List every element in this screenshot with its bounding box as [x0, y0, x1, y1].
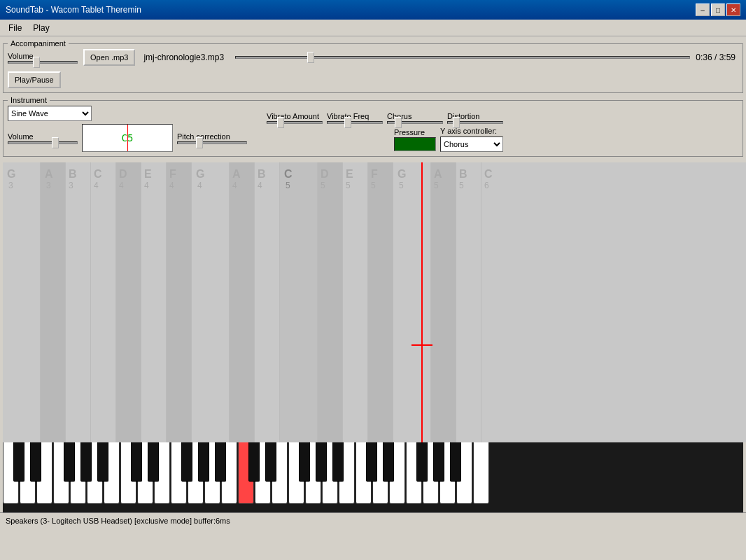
mp3-position-slider[interactable] — [235, 56, 690, 59]
piano-key-black[interactable] — [131, 442, 142, 482]
vibrato-freq-slider[interactable] — [327, 121, 383, 124]
note-b5: B — [459, 168, 467, 181]
note-g3: G — [7, 168, 15, 181]
pitch-center-line — [127, 125, 128, 151]
note-f4-oct: 4 — [169, 181, 174, 190]
note-a5: A — [434, 168, 442, 181]
piano-key-black[interactable] — [198, 442, 209, 482]
maximize-button[interactable]: □ — [711, 4, 725, 16]
params-top-row: Vibrato Amount Vibrato Freq Chorus Disto… — [267, 112, 503, 124]
note-c6-oct: 6 — [484, 181, 489, 190]
piano-key-black[interactable] — [30, 442, 41, 482]
note-columns: G 3 A 3 B 3 C 4 D 4 E 4 F 4 — [3, 162, 746, 442]
piano-key-white[interactable] — [473, 442, 489, 504]
piano-key-black[interactable] — [265, 442, 276, 482]
filename-display: jmj-chronologie3.mp3 — [141, 52, 230, 62]
instrument-group: Instrument Sine Wave Square Wave Triangl… — [3, 96, 743, 157]
piano-key-black[interactable] — [316, 442, 327, 482]
note-b3: B — [69, 168, 77, 181]
y-axis-select[interactable]: Chorus Vibrato Amount Vibrato Freq Disto… — [440, 136, 503, 152]
time-display: 0:36 / 3:59 — [696, 52, 736, 62]
window-controls: – □ ✕ — [696, 4, 740, 16]
col-d5: D 5 — [318, 162, 343, 442]
acc-volume-slider[interactable] — [8, 61, 78, 64]
note-c6: C — [484, 168, 493, 181]
col-a3: A 3 — [41, 162, 66, 442]
inst-volume-slider[interactable] — [8, 141, 78, 144]
inst-volume-group: Volume — [8, 132, 78, 144]
col-g4: G 4 — [192, 162, 230, 442]
piano-key-black[interactable] — [181, 442, 192, 482]
piano-keys-container — [3, 442, 607, 504]
main-content: Accompaniment Volume Open .mp3 jmj-chron… — [0, 36, 746, 162]
y-axis-label: Y axis controller: — [440, 127, 503, 135]
vibrato-amount-slider[interactable] — [267, 121, 323, 124]
note-f5-oct: 5 — [371, 181, 376, 190]
menu-play[interactable]: Play — [27, 22, 55, 34]
inst-volume-row: Volume C5 Pitch correction — [8, 124, 247, 152]
open-mp3-button[interactable]: Open .mp3 — [83, 49, 135, 66]
piano-key-black[interactable] — [13, 442, 24, 482]
col-c4: C 4 — [91, 162, 116, 442]
col-g3: G 3 — [3, 162, 41, 442]
note-d4-oct: 4 — [119, 181, 124, 190]
piano-key-black[interactable] — [383, 442, 394, 482]
col-e5: E 5 — [343, 162, 368, 442]
col-b5: B 5 — [456, 162, 481, 442]
col-g5: G 5 — [393, 162, 431, 442]
piano-key-black[interactable] — [215, 442, 226, 482]
piano-key-black[interactable] — [248, 442, 260, 482]
params-bottom-row: Pressure Y axis controller: Chorus Vibra… — [267, 127, 503, 152]
piano-key-black[interactable] — [366, 442, 377, 482]
chorus-slider[interactable] — [387, 121, 443, 124]
instrument-left: Sine Wave Square Wave Triangle Wave Sawt… — [8, 106, 247, 152]
note-d5: D — [321, 168, 329, 181]
play-pause-button[interactable]: Play/Pause — [8, 71, 61, 88]
note-a3: A — [45, 168, 53, 181]
note-g5-oct: 5 — [399, 181, 404, 190]
pitch-correction-slider[interactable] — [177, 141, 247, 144]
note-e4: E — [144, 168, 152, 181]
col-b4: B 4 — [255, 162, 280, 442]
col-a5: A 5 — [431, 162, 456, 442]
vibrato-amount-group: Vibrato Amount — [267, 112, 323, 124]
piano-keyboard-area — [3, 442, 743, 512]
piano-key-black[interactable] — [64, 442, 75, 482]
menubar: File Play — [0, 20, 746, 36]
note-f4: F — [169, 168, 176, 181]
accompaniment-legend: Accompaniment — [8, 39, 69, 48]
note-e5-oct: 5 — [346, 181, 351, 190]
col-d4: D 4 — [116, 162, 141, 442]
piano-key-black[interactable] — [148, 442, 159, 482]
col-c5: C 5 — [280, 162, 318, 442]
piano-key-black[interactable] — [80, 442, 92, 482]
note-c5-oct: 5 — [286, 181, 290, 190]
note-a5-oct: 5 — [434, 181, 439, 190]
menu-file[interactable]: File — [3, 22, 27, 34]
wave-select-row: Sine Wave Square Wave Triangle Wave Sawt… — [8, 106, 247, 121]
minimize-button[interactable]: – — [696, 4, 710, 16]
close-button[interactable]: ✕ — [726, 4, 740, 16]
wave-type-select[interactable]: Sine Wave Square Wave Triangle Wave Sawt… — [8, 106, 92, 121]
piano-key-black[interactable] — [332, 442, 344, 482]
note-a4-oct: 4 — [232, 181, 237, 190]
titlebar: SoundTab - Wacom Tablet Theremin – □ ✕ — [0, 0, 746, 20]
accompaniment-group: Accompaniment Volume Open .mp3 jmj-chron… — [3, 39, 743, 93]
note-g4: G — [196, 168, 204, 181]
piano-key-black[interactable] — [416, 442, 428, 482]
note-c4-oct: 4 — [94, 181, 99, 190]
status-text: Speakers (3- Logitech USB Headset) [excl… — [6, 517, 230, 525]
acc-volume-group: Volume — [8, 52, 78, 64]
note-b3-oct: 3 — [69, 181, 73, 190]
window-title: SoundTab - Wacom Tablet Theremin — [6, 5, 141, 15]
col-b3: B 3 — [66, 162, 91, 442]
piano-key-black[interactable] — [433, 442, 444, 482]
instrument-legend: Instrument — [8, 96, 50, 104]
piano-key-black[interactable] — [450, 442, 461, 482]
col-c6: C 6 — [481, 162, 746, 442]
distortion-slider[interactable] — [447, 121, 503, 124]
piano-key-black[interactable] — [299, 442, 310, 482]
pitch-correction-group: Pitch correction — [177, 132, 247, 144]
note-c4: C — [94, 168, 102, 181]
piano-key-black[interactable] — [97, 442, 108, 482]
